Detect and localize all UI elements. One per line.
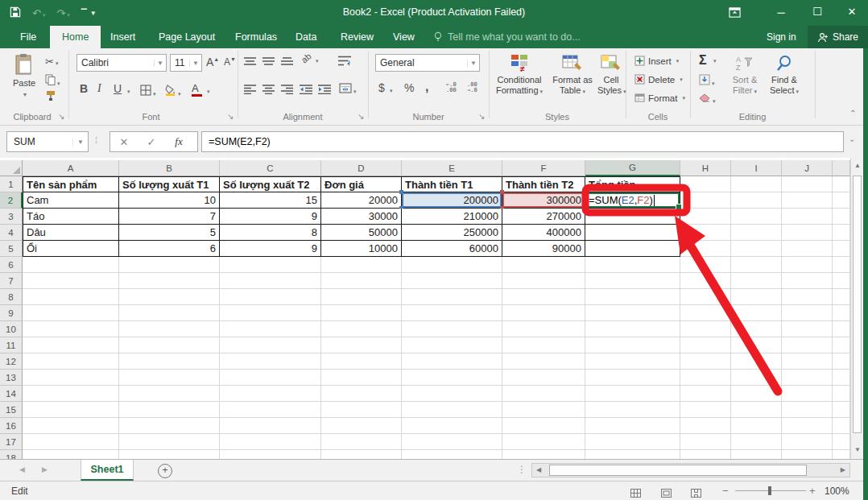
column-header-C[interactable]: C: [220, 160, 321, 176]
cell-E7[interactable]: [402, 273, 502, 289]
column-header-G[interactable]: G: [585, 160, 680, 176]
insert-cells-button[interactable]: Insert▾: [634, 56, 679, 66]
row-header-8[interactable]: 8: [0, 289, 23, 305]
tab-home[interactable]: Home: [50, 26, 101, 48]
cell-I13[interactable]: [731, 370, 782, 386]
vertical-scrollbar-thumb[interactable]: [853, 176, 862, 433]
cell-H6[interactable]: [680, 257, 731, 273]
cell-C9[interactable]: [220, 305, 321, 321]
copy-button[interactable]: ▾: [45, 74, 60, 89]
fill-button[interactable]: ▾: [699, 74, 715, 89]
fill-handle[interactable]: [676, 204, 682, 210]
cell-I10[interactable]: [731, 321, 782, 337]
cell-G4[interactable]: [585, 225, 680, 241]
cell-G11[interactable]: [585, 337, 680, 353]
zoom-level[interactable]: 100%: [825, 486, 849, 497]
cell-J3[interactable]: [782, 209, 833, 225]
cell-E12[interactable]: [402, 353, 502, 370]
cell-B15[interactable]: [119, 402, 220, 418]
decrease-decimal-button[interactable]: .00→.0: [467, 82, 477, 93]
cell-C14[interactable]: [220, 386, 321, 402]
cell-I11[interactable]: [731, 337, 782, 353]
cell-G9[interactable]: [585, 305, 680, 321]
cell-B14[interactable]: [119, 386, 220, 402]
format-cells-button[interactable]: Format▾: [634, 93, 685, 103]
cell-G15[interactable]: [585, 402, 680, 418]
cell-I14[interactable]: [731, 386, 782, 402]
row-header-4[interactable]: 4: [0, 225, 23, 241]
font-color-arrow-icon[interactable]: ▾: [207, 89, 210, 95]
cell-A9[interactable]: [23, 305, 119, 321]
zoom-out-button[interactable]: −: [722, 485, 729, 497]
cell-I18[interactable]: [731, 450, 782, 459]
cell-F9[interactable]: [502, 305, 585, 321]
cell-K6[interactable]: [833, 257, 850, 273]
row-header-10[interactable]: 10: [0, 321, 23, 337]
cell-J11[interactable]: [782, 337, 833, 353]
range-handle[interactable]: [399, 190, 403, 194]
sign-in-button[interactable]: Sign in: [767, 26, 796, 48]
percent-style-button[interactable]: %: [404, 82, 414, 93]
cell-I5[interactable]: [731, 241, 782, 257]
cell-B8[interactable]: [119, 289, 220, 305]
cell-J9[interactable]: [782, 305, 833, 321]
fill-color-button[interactable]: ▾: [164, 84, 181, 99]
cell-E8[interactable]: [402, 289, 502, 305]
row-header-17[interactable]: 17: [0, 434, 23, 450]
page-layout-view-button[interactable]: [661, 486, 672, 500]
cell-C15[interactable]: [220, 402, 321, 418]
row-header-13[interactable]: 13: [0, 370, 23, 386]
select-all-button[interactable]: [0, 160, 23, 176]
share-button[interactable]: Share: [808, 26, 868, 48]
horizontal-scrollbar-thumb[interactable]: [549, 465, 807, 476]
cell-E13[interactable]: [402, 370, 502, 386]
sheet-tab-sheet1[interactable]: Sheet1: [81, 460, 134, 481]
scroll-right-icon[interactable]: ▶: [841, 466, 845, 473]
normal-view-button[interactable]: [630, 486, 641, 500]
cell-F14[interactable]: [502, 386, 585, 402]
collapse-ribbon-button[interactable]: ⌃: [849, 109, 856, 118]
cell-A4[interactable]: Dâu: [23, 225, 119, 241]
underline-button[interactable]: U: [114, 83, 122, 94]
cell-A18[interactable]: [23, 450, 119, 459]
cell-K1[interactable]: [833, 176, 850, 192]
cell-H9[interactable]: [680, 305, 731, 321]
row-header-9[interactable]: 9: [0, 305, 23, 321]
cell-E5[interactable]: 60000: [402, 241, 502, 257]
autosum-button[interactable]: Σ: [699, 53, 707, 68]
column-header-stub[interactable]: [833, 160, 850, 176]
sheet-nav-right-icon[interactable]: ▶: [42, 465, 48, 473]
conditional-formatting-button[interactable]: ≠ Conditional Formatting▾: [494, 53, 545, 97]
cell-B6[interactable]: [119, 257, 220, 273]
cell-G16[interactable]: [585, 418, 680, 434]
cell-D13[interactable]: [321, 370, 402, 386]
cell-E3[interactable]: 210000: [402, 209, 502, 225]
cell-B1[interactable]: Số lượng xuất T1: [119, 176, 220, 192]
cell-J2[interactable]: [782, 192, 833, 209]
font-name-combo[interactable]: Calibri▼: [76, 54, 167, 72]
zoom-slider-thumb[interactable]: [768, 486, 771, 495]
cell-A14[interactable]: [23, 386, 119, 402]
cell-C16[interactable]: [220, 418, 321, 434]
cell-I15[interactable]: [731, 402, 782, 418]
cell-K16[interactable]: [833, 418, 850, 434]
cell-D4[interactable]: 50000: [321, 225, 402, 241]
cell-B7[interactable]: [119, 273, 220, 289]
cell-I1[interactable]: [731, 176, 782, 192]
column-header-F[interactable]: F: [502, 160, 585, 176]
increase-indent-button[interactable]: [318, 83, 331, 97]
cell-I4[interactable]: [731, 225, 782, 241]
tell-me-box[interactable]: Tell me what you want to do...: [433, 26, 581, 48]
cell-I9[interactable]: [731, 305, 782, 321]
cell-B18[interactable]: [119, 450, 220, 459]
zoom-in-button[interactable]: +: [809, 485, 816, 497]
underline-arrow-icon[interactable]: ▾: [127, 89, 130, 95]
alignment-dialog-launcher[interactable]: ↘: [358, 112, 364, 121]
cell-A8[interactable]: [23, 289, 119, 305]
cell-J8[interactable]: [782, 289, 833, 305]
cell-A15[interactable]: [23, 402, 119, 418]
name-box-resize-grip[interactable]: ⁞: [95, 135, 97, 145]
cell-D2[interactable]: 20000: [321, 192, 402, 209]
maximize-button[interactable]: ☐: [805, 6, 829, 18]
cell-styles-button[interactable]: Cell Styles▾: [597, 53, 625, 97]
